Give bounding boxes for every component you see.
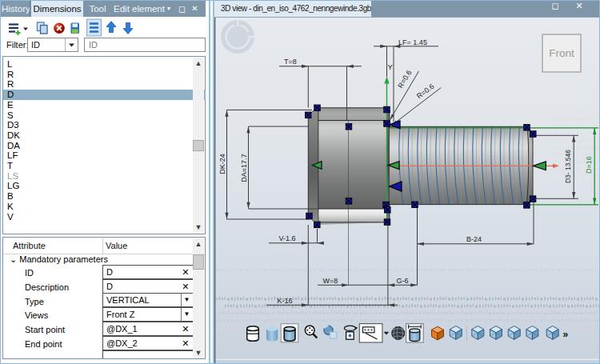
svg-text:K-16: K-16 — [277, 297, 292, 305]
svg-text:»: » — [563, 329, 569, 340]
svg-text:Y: Y — [388, 62, 394, 71]
svg-text:D=16: D=16 — [585, 156, 593, 174]
svg-text:Front: Front — [549, 47, 574, 59]
svg-text:LF= 1.45: LF= 1.45 — [398, 38, 427, 46]
svg-text:T=8: T=8 — [284, 58, 297, 66]
svg-text:G-6: G-6 — [396, 277, 408, 285]
svg-text:D3- 13.546: D3- 13.546 — [564, 150, 572, 183]
svg-text:DK-24: DK-24 — [218, 154, 226, 174]
svg-text:B-24: B-24 — [466, 235, 482, 243]
svg-text:W=8: W=8 — [323, 277, 338, 285]
svg-text:DA=17.7: DA=17.7 — [240, 154, 248, 182]
svg-text:V-1.6: V-1.6 — [278, 234, 295, 242]
